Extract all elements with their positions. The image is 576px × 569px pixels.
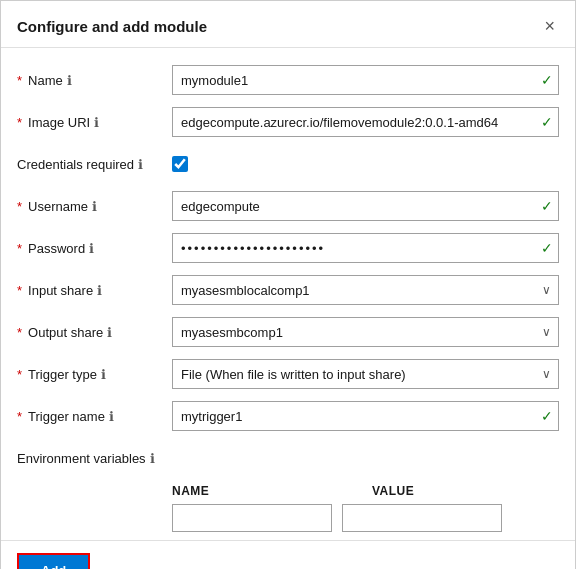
image-uri-required-star: *: [17, 115, 22, 130]
trigger-type-dropdown-wrap: File (When file is written to input shar…: [172, 359, 559, 389]
username-required-star: *: [17, 199, 22, 214]
env-variables-label-text: Environment variables: [17, 451, 146, 466]
input-share-label-text: Input share: [28, 283, 93, 298]
trigger-name-info-icon[interactable]: ℹ: [109, 409, 114, 424]
trigger-name-required-star: *: [17, 409, 22, 424]
trigger-type-required-star: *: [17, 367, 22, 382]
name-input[interactable]: [172, 65, 559, 95]
trigger-name-row: * Trigger name ℹ ✓: [17, 400, 559, 432]
input-share-row: * Input share ℹ myasesmblocalcomp1 ∨: [17, 274, 559, 306]
env-name-column-header: NAME: [172, 484, 332, 498]
username-label: * Username ℹ: [17, 199, 172, 214]
env-variables-row: Environment variables ℹ: [17, 442, 559, 474]
password-label-text: Password: [28, 241, 85, 256]
username-valid-icon: ✓: [541, 198, 553, 214]
input-share-wrap: myasesmblocalcomp1 ∨: [172, 275, 559, 305]
name-row: * Name ℹ ✓: [17, 64, 559, 96]
env-value-input[interactable]: [342, 504, 502, 532]
output-share-info-icon[interactable]: ℹ: [107, 325, 112, 340]
password-input[interactable]: [172, 233, 559, 263]
env-variables-section: Environment variables ℹ NAME VALUE: [17, 442, 559, 532]
image-uri-input-wrap: ✓: [172, 107, 559, 137]
output-share-required-star: *: [17, 325, 22, 340]
trigger-type-label-text: Trigger type: [28, 367, 97, 382]
credentials-label-text: Credentials required: [17, 157, 134, 172]
password-row: * Password ℹ ✓: [17, 232, 559, 264]
output-share-dropdown-wrap: myasesmbcomp1 ∨: [172, 317, 559, 347]
password-input-wrap: ✓: [172, 233, 559, 263]
output-share-row: * Output share ℹ myasesmbcomp1 ∨: [17, 316, 559, 348]
trigger-name-label: * Trigger name ℹ: [17, 409, 172, 424]
image-uri-info-icon[interactable]: ℹ: [94, 115, 99, 130]
add-button[interactable]: Add: [17, 553, 90, 569]
password-info-icon[interactable]: ℹ: [89, 241, 94, 256]
input-share-info-icon[interactable]: ℹ: [97, 283, 102, 298]
image-uri-valid-icon: ✓: [541, 114, 553, 130]
input-share-dropdown-wrap: myasesmblocalcomp1 ∨: [172, 275, 559, 305]
dialog-title: Configure and add module: [17, 18, 207, 35]
env-value-column-header: VALUE: [372, 484, 532, 498]
name-label: * Name ℹ: [17, 73, 172, 88]
output-share-select[interactable]: myasesmbcomp1: [172, 317, 559, 347]
trigger-type-label: * Trigger type ℹ: [17, 367, 172, 382]
credentials-info-icon[interactable]: ℹ: [138, 157, 143, 172]
password-required-star: *: [17, 241, 22, 256]
output-share-label: * Output share ℹ: [17, 325, 172, 340]
image-uri-input[interactable]: [172, 107, 559, 137]
env-column-headers: NAME VALUE: [17, 484, 559, 498]
credentials-label: Credentials required ℹ: [17, 157, 172, 172]
close-button[interactable]: ×: [540, 15, 559, 37]
env-variables-info-icon[interactable]: ℹ: [150, 451, 155, 466]
trigger-name-input[interactable]: [172, 401, 559, 431]
configure-module-dialog: Configure and add module × * Name ℹ ✓ * …: [0, 0, 576, 569]
image-uri-label-text: Image URI: [28, 115, 90, 130]
name-info-icon[interactable]: ℹ: [67, 73, 72, 88]
name-label-text: Name: [28, 73, 63, 88]
trigger-name-label-text: Trigger name: [28, 409, 105, 424]
env-inputs-row: [17, 504, 559, 532]
image-uri-label: * Image URI ℹ: [17, 115, 172, 130]
name-required-star: *: [17, 73, 22, 88]
trigger-type-row: * Trigger type ℹ File (When file is writ…: [17, 358, 559, 390]
input-share-label: * Input share ℹ: [17, 283, 172, 298]
output-share-label-text: Output share: [28, 325, 103, 340]
input-share-required-star: *: [17, 283, 22, 298]
trigger-name-valid-icon: ✓: [541, 408, 553, 424]
dialog-footer: Add: [1, 540, 575, 569]
username-input-wrap: ✓: [172, 191, 559, 221]
trigger-type-wrap: File (When file is written to input shar…: [172, 359, 559, 389]
credentials-checkbox[interactable]: [172, 156, 188, 172]
credentials-checkbox-wrap: [172, 156, 559, 172]
image-uri-row: * Image URI ℹ ✓: [17, 106, 559, 138]
trigger-name-input-wrap: ✓: [172, 401, 559, 431]
username-row: * Username ℹ ✓: [17, 190, 559, 222]
name-input-wrap: ✓: [172, 65, 559, 95]
trigger-type-info-icon[interactable]: ℹ: [101, 367, 106, 382]
output-share-wrap: myasesmbcomp1 ∨: [172, 317, 559, 347]
password-label: * Password ℹ: [17, 241, 172, 256]
password-valid-icon: ✓: [541, 240, 553, 256]
username-input[interactable]: [172, 191, 559, 221]
name-valid-icon: ✓: [541, 72, 553, 88]
trigger-type-select[interactable]: File (When file is written to input shar…: [172, 359, 559, 389]
credentials-row: Credentials required ℹ: [17, 148, 559, 180]
dialog-body: * Name ℹ ✓ * Image URI ℹ ✓ Cre: [1, 48, 575, 540]
username-label-text: Username: [28, 199, 88, 214]
input-share-select[interactable]: myasesmblocalcomp1: [172, 275, 559, 305]
env-variables-label: Environment variables ℹ: [17, 451, 172, 466]
dialog-header: Configure and add module ×: [1, 1, 575, 48]
env-name-input[interactable]: [172, 504, 332, 532]
username-info-icon[interactable]: ℹ: [92, 199, 97, 214]
